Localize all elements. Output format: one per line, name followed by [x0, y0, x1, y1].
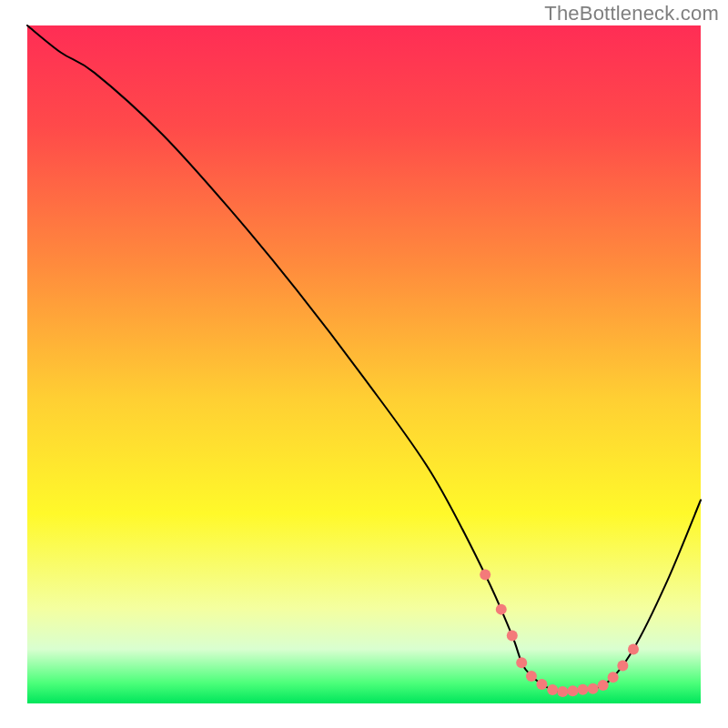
- optimal-range-dot: [608, 672, 619, 682]
- optimal-range-dot: [567, 685, 578, 696]
- chart-container: TheBottleneck.com: [0, 0, 728, 728]
- optimal-range-dot: [557, 686, 568, 697]
- optimal-range-dot: [536, 679, 547, 690]
- optimal-range-dot: [588, 683, 599, 694]
- optimal-range-dot: [547, 684, 558, 695]
- optimal-range-dot: [617, 660, 628, 671]
- optimal-range-dot: [578, 684, 589, 695]
- optimal-range-dot: [507, 631, 518, 642]
- optimal-range-dot: [496, 604, 507, 615]
- optimal-range-dot: [598, 680, 609, 691]
- optimal-range-dot: [480, 569, 490, 580]
- optimal-range-dot: [516, 657, 527, 668]
- optimal-range-dot: [628, 643, 639, 654]
- bottleneck-chart: [0, 0, 728, 728]
- plot-background: [27, 25, 701, 703]
- optimal-range-dot: [526, 671, 537, 682]
- attribution-label: TheBottleneck.com: [544, 2, 719, 25]
